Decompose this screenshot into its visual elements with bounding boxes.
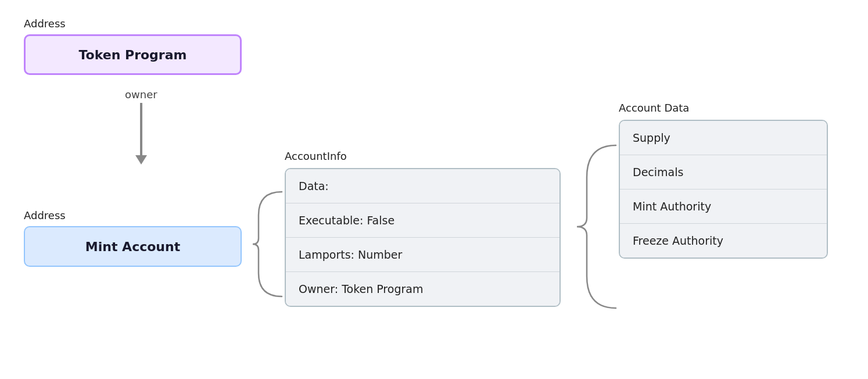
data-row-decimals: Decimals <box>620 155 827 190</box>
token-program-address-label: Address <box>24 17 242 30</box>
owner-label: owner <box>125 88 157 101</box>
mint-account-section: Address Mint Account <box>24 209 242 267</box>
brace1 <box>250 186 288 305</box>
accountinfo-label: AccountInfo <box>285 150 561 162</box>
brace2 <box>572 137 625 319</box>
info-row-data: Data: <box>286 169 559 203</box>
token-program-label: Token Program <box>79 48 187 62</box>
data-row-mint-authority: Mint Authority <box>620 190 827 224</box>
arrow-head <box>135 155 147 165</box>
diagram: Address Token Program owner Address Mint… <box>0 0 868 379</box>
accountdata-box: Supply Decimals Mint Authority Freeze Au… <box>619 120 828 259</box>
info-row-executable: Executable: False <box>286 203 559 238</box>
mint-account-address-label: Address <box>24 209 242 221</box>
info-row-lamports: Lamports: Number <box>286 238 559 272</box>
accountdata-label: Account Data <box>619 102 828 114</box>
mint-account-label: Mint Account <box>85 239 180 254</box>
token-program-section: Address Token Program <box>24 17 242 75</box>
owner-arrow: owner <box>125 88 157 165</box>
accountinfo-section: AccountInfo Data: Executable: False Lamp… <box>285 150 561 307</box>
accountinfo-box: Data: Executable: False Lamports: Number… <box>285 168 561 307</box>
mint-account-box: Mint Account <box>24 226 242 267</box>
data-row-freeze-authority: Freeze Authority <box>620 224 827 258</box>
info-row-owner: Owner: Token Program <box>286 272 559 306</box>
arrow-line <box>140 103 142 155</box>
data-row-supply: Supply <box>620 121 827 155</box>
token-program-box: Token Program <box>24 34 242 75</box>
accountdata-section: Account Data Supply Decimals Mint Author… <box>619 102 828 259</box>
